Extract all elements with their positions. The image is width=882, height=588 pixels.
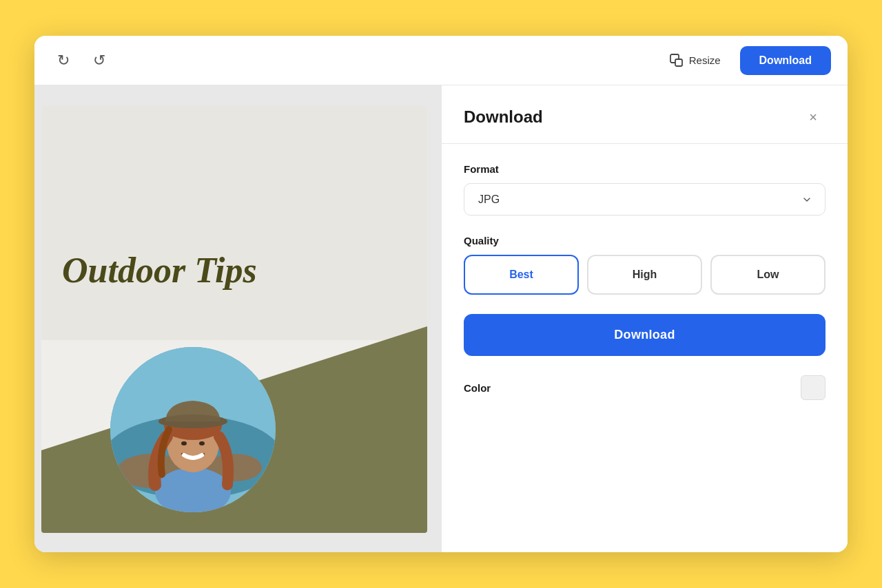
quality-low-button[interactable]: Low bbox=[710, 255, 825, 295]
canvas-area: Outdoor Tips bbox=[34, 85, 441, 552]
quality-group: Best High Low bbox=[464, 255, 825, 295]
close-icon: × bbox=[809, 109, 817, 125]
format-label: Format bbox=[464, 163, 825, 175]
svg-point-13 bbox=[199, 441, 205, 445]
undo-icon: ↻ bbox=[57, 52, 70, 70]
design-title: Outdoor Tips bbox=[62, 251, 257, 290]
color-section: Color bbox=[464, 375, 825, 406]
panel-header: Download × bbox=[442, 85, 848, 144]
resize-icon bbox=[670, 54, 684, 67]
close-panel-button[interactable]: × bbox=[801, 105, 825, 129]
svg-point-12 bbox=[181, 441, 187, 445]
toolbar-left: ↻ ↺ bbox=[51, 48, 650, 73]
svg-rect-1 bbox=[675, 59, 682, 66]
toolbar: ↻ ↺ Resize Download bbox=[34, 36, 848, 85]
avatar-circle bbox=[110, 347, 276, 512]
main-area: Outdoor Tips bbox=[34, 85, 848, 552]
format-select[interactable]: JPG PNG PDF SVG bbox=[464, 183, 825, 216]
resize-label: Resize bbox=[689, 54, 721, 66]
design-bg-top bbox=[41, 106, 427, 340]
quality-section: Quality Best High Low bbox=[464, 235, 825, 295]
svg-point-11 bbox=[158, 414, 227, 428]
redo-icon: ↺ bbox=[93, 52, 105, 70]
download-main-button[interactable]: Download bbox=[464, 314, 825, 356]
format-section: Format JPG PNG PDF SVG bbox=[464, 163, 825, 216]
color-swatch[interactable] bbox=[801, 375, 825, 400]
person-illustration bbox=[110, 347, 276, 512]
toolbar-right: Resize Download bbox=[659, 46, 831, 75]
design-card: Outdoor Tips bbox=[41, 106, 427, 533]
quality-high-button[interactable]: High bbox=[587, 255, 702, 295]
quality-label: Quality bbox=[464, 235, 825, 246]
undo-button[interactable]: ↻ bbox=[51, 48, 76, 73]
app-window: ↻ ↺ Resize Download Outdoor Tips bbox=[34, 36, 848, 552]
color-label: Color bbox=[464, 382, 491, 394]
panel-body: Format JPG PNG PDF SVG Quality Best High… bbox=[442, 144, 848, 425]
download-header-button[interactable]: Download bbox=[740, 46, 831, 75]
download-panel: Download × Format JPG PNG PDF SVG bbox=[441, 85, 848, 552]
redo-button[interactable]: ↺ bbox=[87, 48, 112, 73]
quality-best-button[interactable]: Best bbox=[464, 255, 579, 295]
resize-button[interactable]: Resize bbox=[659, 48, 732, 73]
panel-title: Download bbox=[464, 107, 543, 127]
